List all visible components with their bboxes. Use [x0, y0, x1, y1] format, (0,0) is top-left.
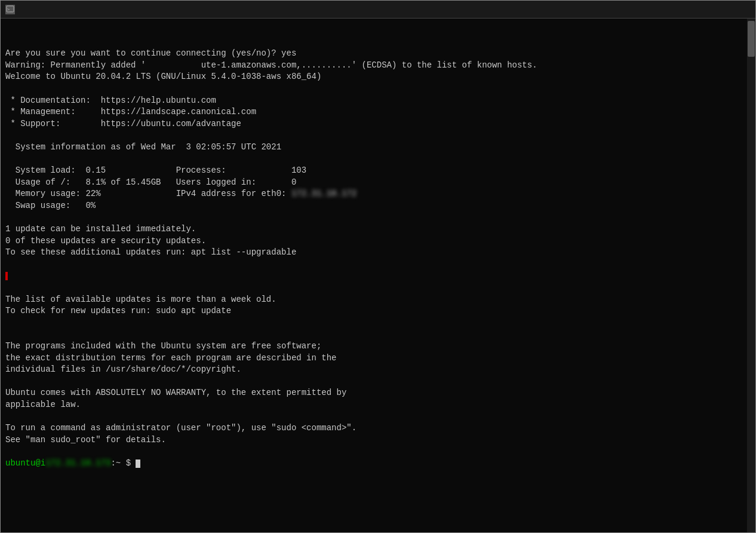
terminal-body: Are you sure you want to continue connec… [1, 19, 755, 532]
close-button[interactable] [723, 1, 751, 18]
title-bar: >_ [1, 1, 755, 19]
scrollbar-thumb[interactable] [748, 21, 755, 57]
title-bar-left: >_ [5, 5, 19, 14]
scrollbar[interactable] [747, 19, 755, 532]
window-controls [666, 1, 751, 18]
terminal-output[interactable]: Are you sure you want to continue connec… [1, 19, 747, 532]
terminal-window: >_ Are you sure you want to continue con… [0, 0, 756, 533]
maximize-button[interactable] [694, 1, 722, 18]
terminal-icon: >_ [5, 5, 15, 14]
minimize-button[interactable] [666, 1, 693, 18]
svg-text:>_: >_ [7, 7, 13, 12]
